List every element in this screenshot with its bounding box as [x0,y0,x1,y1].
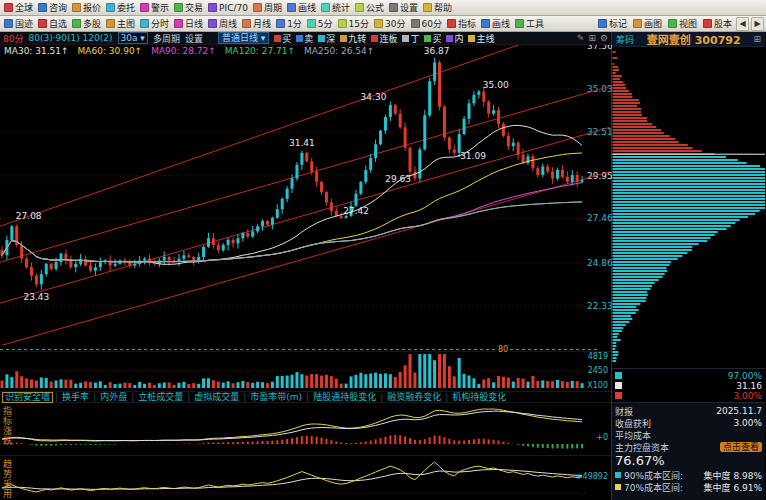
period-info: 80(3)·90(1) 120(2) [28,33,112,43]
toolbar-button[interactable]: 公式 [353,1,386,14]
quick-action-item[interactable]: 连板 [371,32,397,45]
volume-panel[interactable]: 4819 2450 X100 [0,352,611,392]
toolbar-button[interactable]: 警示 [138,1,171,14]
toolbar-button-icon [276,19,285,28]
toolbar-button-icon [598,19,607,28]
draw-icon[interactable]: ✎ [577,33,585,43]
toolbar-button[interactable]: 主图 [104,17,137,30]
toolbar-button[interactable]: 画图 [631,17,664,30]
range-value: 集中度 6.91% [704,481,762,494]
range-swatch [615,472,621,478]
panel-menu-icon[interactable]: ⊞ [751,34,763,44]
svg-text:29.63: 29.63 [385,174,411,184]
indicator-tab[interactable]: 换手率 [60,392,91,403]
tab-separator: | [131,392,134,403]
indicator-tab[interactable]: 陆股通持股变化 [311,392,378,403]
legend-value: 97.00% [728,371,762,381]
toolbar-button[interactable]: PIC/70 [206,1,250,14]
indicator-tab[interactable]: 融资融券变化 [385,392,443,403]
quick-action-item[interactable]: 卖 [296,32,313,45]
quick-action-item[interactable]: 买 [424,32,441,45]
indicator-panel-1[interactable]: 指标涨跌 +0 [0,403,611,456]
info-label: 主力控盘资本 [615,441,669,454]
toolbar-button[interactable]: 30分 [372,17,407,30]
legend-swatch [615,392,622,399]
indicator-panel-2[interactable]: 趋势采用 +49892 [0,456,611,500]
toolbar-button[interactable]: 画线 [479,17,512,30]
toolbar-button-label: 画线 [298,1,316,14]
toolbar-button-label: 5分 [318,17,333,30]
toolbar-button[interactable]: 视图 [666,17,699,30]
toolbar-button[interactable]: 标记 [596,17,629,30]
quick-action-label: 卖 [304,32,313,45]
toolbar-button[interactable]: 周期 [251,1,284,14]
toolbar-button[interactable]: 国迹 [2,17,35,30]
indicator-tab[interactable]: 虚拟成交量 [192,392,241,403]
toolbar-button[interactable]: 交易 [172,1,205,14]
toolbar-button[interactable]: 画线 [285,1,318,14]
toolbar-button[interactable]: 日线 [172,17,205,30]
cost-range-row: 70%成本区间:集中度 6.91% [615,481,762,493]
indicator-tab[interactable]: 识别安全墙 [2,392,53,403]
quick-action-item[interactable]: 九转 [340,32,366,45]
toolbar-button-label: 日线 [185,17,203,30]
toolbar-button[interactable]: 股本 [701,17,734,30]
toolbar-button[interactable]: 分时 [138,17,171,30]
candle-type-dropdown[interactable]: 普通日线 ▾ [218,32,269,44]
toolbar-button[interactable]: 指标 [445,17,478,30]
toolbar-button[interactable]: 60分 [409,17,444,30]
indicator-tab[interactable]: 内外盘 [98,392,129,403]
quick-action-icon [468,35,475,42]
control-ratio-value: 76.67% [615,453,762,469]
toolbar-button-icon [389,3,398,12]
svg-text:37.56: 37.56 [587,45,612,51]
chip-panel: 筹码 壹网壹创 300792 ⊞ 获利盘97.00%平均成本31.16套牢盘3.… [612,32,765,500]
indicator-tab[interactable]: 机构持股变化 [450,392,508,403]
toolbar-button[interactable]: 报价 [70,1,103,14]
legend-label: 套牢盘 [625,389,652,402]
gear-icon[interactable]: ⚙ [600,33,608,43]
toolbar-button[interactable]: 自选 [36,17,69,30]
toolbar-button[interactable]: 帮助 [421,1,454,14]
interval-dropdown[interactable]: 30a ▾ [118,32,148,44]
toolbar-button[interactable]: 多股 [70,17,103,30]
grid-icon[interactable]: ⊞ [588,33,596,43]
toolbar-button[interactable]: 工具 [513,17,546,30]
quick-action-label: 买 [282,32,291,45]
quick-action-label: 深 [326,32,335,45]
quick-action-item[interactable]: 深 [318,32,335,45]
toolbar-button[interactable]: 咨询 [36,1,69,14]
quick-action-item[interactable]: 买 [274,32,291,45]
indicator-tab[interactable]: 立桩成交量 [136,392,185,403]
scroll-right-icon[interactable]: ▶ [751,17,764,31]
toolbar-button[interactable]: 全球 [2,1,35,14]
toolbar-right-group: 标记画图视图股本◀▶ [596,17,764,31]
toolbar-button[interactable]: 统计 [319,1,352,14]
scroll-left-icon[interactable]: ◀ [736,17,749,31]
view-details-button[interactable]: 点击查看 [720,442,762,452]
chip-distribution-chart [612,47,765,369]
toolbar-button[interactable]: 1分 [274,17,304,30]
settings-link[interactable]: 设置 [185,32,203,45]
ma-label: MA250: 26.54↑ [304,46,374,56]
toolbar-button-icon [38,19,47,28]
candlestick-chart[interactable]: MA30: 31.51↑MA60: 30.90↑MA90: 28.72↑MA12… [0,45,611,345]
quick-action-item[interactable]: 丁 [402,32,419,45]
multi-period-link[interactable]: 多周期 [153,32,180,45]
tab-chip-distribution[interactable]: 筹码 [614,33,636,46]
period-badge[interactable]: 80分 [3,32,23,45]
toolbar-button[interactable]: 月线 [240,17,273,30]
toolbar-button[interactable]: 15分 [336,17,371,30]
quick-action-icon [274,35,281,42]
quick-action-item[interactable]: 内 [446,32,463,45]
toolbar-button[interactable]: 5分 [305,17,335,30]
toolbar-button[interactable]: 设置 [387,1,420,14]
toolbar-button[interactable]: 委托 [104,1,137,14]
toolbar-button[interactable]: 周线 [206,17,239,30]
toolbar-button-icon [140,19,149,28]
volume-axis-unit: X100 [587,381,608,390]
quick-action-label: 连板 [379,32,397,45]
toolbar-button-icon [355,3,364,12]
quick-action-item[interactable]: 主线 [468,32,494,45]
indicator-tab[interactable]: 市盈率带(m) [248,392,304,403]
